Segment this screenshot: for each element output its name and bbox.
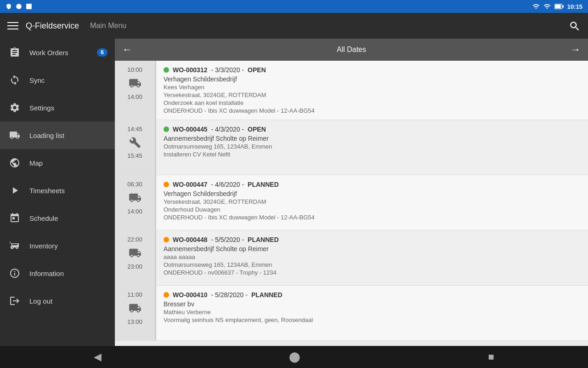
svg-rect-4 <box>562 6 564 8</box>
work-order-item[interactable]: 10:00 14:00 WO-000312 - 3/3/2020 - OPEN <box>115 61 588 120</box>
wo-address: Yersekestraat, 3024GE, ROTTERDAM <box>164 198 581 205</box>
next-date-button[interactable]: → <box>571 44 581 56</box>
time-start: 06:30 <box>127 181 142 188</box>
wo-number: WO-000447 <box>173 181 207 188</box>
time-display: 10:15 <box>567 3 582 10</box>
truck-icon <box>129 302 141 315</box>
wo-status: PLANNED <box>248 181 279 188</box>
wo-company: Bresser bv <box>164 300 581 308</box>
sidebar-item-work-orders[interactable]: Work Orders 6 <box>0 39 115 66</box>
wo-header: WO-000447 - 4/6/2020 - PLANNED <box>164 181 581 188</box>
prev-date-button[interactable]: ← <box>122 44 132 56</box>
sidebar-item-inventory[interactable]: Inventory <box>0 232 115 259</box>
sidebar-item-loading-list[interactable]: Loading list <box>0 121 115 149</box>
status-dot-orange <box>164 237 169 242</box>
wo-header: WO-000410 - 5/28/2020 - PLANNED <box>164 291 581 299</box>
truck-icon <box>129 247 141 259</box>
time-start: 14:45 <box>127 126 142 132</box>
work-order-item[interactable]: 14:45 15:45 WO-000445 - 4/3/2020 - OPEN <box>115 120 588 175</box>
sidebar-item-timesheets[interactable]: Timesheets <box>0 177 115 204</box>
content-area: ← All Dates → 10:00 14:00 <box>115 39 588 346</box>
wifi-icon <box>532 3 540 10</box>
wo-header: WO-000445 - 4/3/2020 - OPEN <box>164 126 581 133</box>
wo-status: PLANNED <box>248 236 279 243</box>
work-order-item[interactable]: 22:00 23:00 WO-000448 - 5/5/2020 - PLANN… <box>115 230 588 286</box>
sidebar-item-information[interactable]: Information <box>0 259 115 287</box>
time-end: 14:00 <box>127 208 142 215</box>
square-status-icon <box>26 3 32 10</box>
time-end: 14:00 <box>127 93 142 100</box>
information-label: Information <box>29 270 64 277</box>
work-order-details: WO-000448 - 5/5/2020 - PLANNED Aannemers… <box>156 230 588 285</box>
settings-label: Settings <box>29 104 54 112</box>
wo-status: OPEN <box>248 126 266 133</box>
status-dot-green <box>164 126 169 132</box>
search-button[interactable] <box>569 19 581 32</box>
svg-rect-1 <box>26 4 32 9</box>
wo-maintenance: ONDERHOUD - nv006637 - Trophy - 1234 <box>164 269 581 276</box>
wo-description: Installeren CV Ketel Nefit <box>164 151 581 158</box>
wo-description: Onderzoek aan koel installatie <box>164 99 581 106</box>
wo-address: Yersekestraat, 3024GE, ROTTERDAM <box>164 92 581 98</box>
map-icon <box>7 155 22 170</box>
logout-icon <box>7 293 22 308</box>
time-start: 10:00 <box>127 66 142 73</box>
time-end: 15:45 <box>127 152 142 159</box>
svg-point-0 <box>16 4 22 9</box>
work-order-item[interactable]: 11:00 13:00 WO-000410 - 5/28/2020 - PLAN… <box>115 286 588 341</box>
svg-rect-5 <box>7 22 18 23</box>
inventory-icon <box>7 238 22 253</box>
work-order-details: WO-000410 - 5/28/2020 - PLANNED Bresser … <box>156 286 588 340</box>
sidebar: Work Orders 6 Sync Settings <box>0 39 115 346</box>
wo-address: Ootmarsumseweg 165, 1234AB, Emmen <box>164 143 581 150</box>
wo-address: Ootmarsumseweg 165, 1234AB, Emmen <box>164 261 581 268</box>
wrench-icon <box>129 136 141 149</box>
wo-company: Verhagen Schildersbedrijf <box>164 75 581 83</box>
wo-date: - 4/3/2020 - <box>211 126 244 133</box>
timesheets-icon <box>7 183 22 198</box>
wo-header: WO-000312 - 3/3/2020 - OPEN <box>164 66 581 74</box>
sidebar-item-settings[interactable]: Settings <box>0 94 115 121</box>
recents-button[interactable]: ■ <box>488 351 494 363</box>
signal-icon <box>543 3 551 10</box>
wo-number: WO-000410 <box>173 291 207 299</box>
settings-icon <box>7 100 22 115</box>
status-dot-green <box>164 67 169 73</box>
work-order-details: WO-000312 - 3/3/2020 - OPEN Verhagen Sch… <box>156 61 588 120</box>
information-icon <box>7 266 22 281</box>
time-start: 11:00 <box>127 291 142 298</box>
wo-company: Aannemersbedrijf Scholte op Reimer <box>164 245 581 253</box>
time-column: 10:00 14:00 <box>115 61 156 120</box>
circle-icon <box>16 3 22 10</box>
sidebar-item-logout[interactable]: Log out <box>0 287 115 315</box>
back-button[interactable]: ◀ <box>94 351 102 363</box>
work-order-details: WO-000447 - 4/6/2020 - PLANNED Verhagen … <box>156 175 588 230</box>
work-orders-badge: 6 <box>97 48 107 57</box>
menu-label: Main Menu <box>90 22 126 30</box>
work-order-item[interactable]: 06:30 14:00 WO-000447 - 4/6/2020 - PLANN… <box>115 175 588 230</box>
status-bar: 10:15 <box>0 0 588 13</box>
timesheets-label: Timesheets <box>29 187 65 195</box>
sidebar-item-map[interactable]: Map <box>0 149 115 177</box>
wo-contact: aaaa aaaaa <box>164 253 581 260</box>
truck-icon <box>129 77 141 90</box>
wo-number: WO-000448 <box>173 236 207 243</box>
wo-date: - 5/28/2020 - <box>211 291 247 299</box>
wo-date: - 5/5/2020 - <box>211 236 244 243</box>
status-bar-right: 10:15 <box>532 3 582 10</box>
status-dot-orange <box>164 182 169 187</box>
sidebar-item-sync[interactable]: Sync <box>0 66 115 94</box>
home-button[interactable]: ⬤ <box>289 351 300 363</box>
work-orders-label: Work Orders <box>29 49 68 57</box>
sidebar-item-schedule[interactable]: Schedule <box>0 204 115 232</box>
wo-company: Verhagen Schildersbedrijf <box>164 190 581 197</box>
hamburger-menu[interactable] <box>7 20 18 31</box>
date-nav-header: ← All Dates → <box>115 39 588 61</box>
logout-label: Log out <box>29 297 52 305</box>
svg-rect-3 <box>555 5 561 8</box>
time-start: 22:00 <box>127 236 142 243</box>
map-label: Map <box>29 159 43 167</box>
shield-icon <box>6 3 12 10</box>
wo-contact: Mathieu Verberne <box>164 309 581 316</box>
time-column: 06:30 14:00 <box>115 175 156 230</box>
